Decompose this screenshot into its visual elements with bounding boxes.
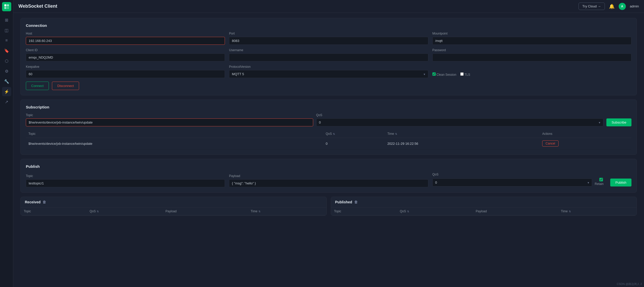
password-label: Password [432,48,631,52]
cancel-button[interactable]: Cancel [542,140,558,147]
sub-qos-group: QoS 0 1 2 [316,113,604,126]
sub-topic-input[interactable] [26,118,313,126]
username-label: Username [229,48,428,52]
username: admin [630,4,639,8]
recv-col-time: Time ⇅ [248,207,326,215]
recv-time-sort-icon: ⇅ [258,210,260,213]
subscribe-button[interactable]: Subscribe [606,118,631,126]
sub-qos-select[interactable]: 0 1 2 [316,118,604,126]
pub-qos-select[interactable]: 0 1 2 [432,179,592,186]
svg-rect-1 [7,4,9,6]
pub-topic-group: Topic [26,174,225,187]
sub-qos-select-wrapper: 0 1 2 [316,118,604,126]
subscription-input-row: Topic QoS 0 1 2 [26,113,631,126]
connection-row-1: Host Port Mountpoint [26,32,631,45]
col-qos: QoS ⇅ [323,130,385,138]
connection-buttons: Connect Disconnect [26,82,631,90]
publish-button[interactable]: Publish [610,179,631,186]
avatar: A [619,3,626,10]
pub-payload-label: Payload [229,174,428,178]
header-right: Try Cloud → 🔔 A admin [578,3,639,10]
recv-col-qos: QoS ⇅ [86,207,162,215]
pub-col-topic: Topic [331,207,397,215]
host-input[interactable] [26,37,225,45]
svg-rect-0 [4,4,6,6]
tls-checkbox[interactable] [460,72,464,76]
bottom-panels: Received 🗑 Topic QoS [20,197,637,216]
protocol-select-wrapper: MQTT 5 [229,70,428,78]
sidebar-item-external[interactable]: ↗ [2,97,11,106]
row-qos: 0 [323,138,385,149]
mountpoint-group: Mountpoint [432,32,631,45]
recv-qos-sort-icon: ⇅ [97,210,99,213]
password-input[interactable] [432,53,631,61]
main-content: Connection Host Port Mountpoint [13,13,644,287]
subscription-table-head: Topic QoS ⇅ Time [26,130,631,138]
received-clear-icon[interactable]: 🗑 [42,200,46,204]
sidebar-item-bookmark[interactable]: 🔖 [2,46,11,55]
sub-topic-label: Topic [26,113,313,117]
sidebar-item-cloud[interactable]: ◫ [2,26,11,35]
published-panel: Published 🗑 Topic QoS [331,197,637,216]
qos-sort-icon: ⇅ [333,133,335,135]
connection-title: Connection [26,23,631,28]
sidebar-item-shield[interactable]: ⬡ [2,56,11,65]
subscription-title: Subscription [26,105,631,109]
bell-icon[interactable]: 🔔 [609,4,615,9]
sidebar-item-active[interactable]: ⚡ [2,87,11,96]
row-time: 2022-11-29 16:22:56 [385,138,540,149]
protocol-select[interactable]: MQTT 5 [229,70,428,78]
port-input[interactable] [229,37,428,45]
sidebar-item-grid[interactable]: ⊞ [2,15,11,25]
keepalive-label: Keepalive [26,65,225,69]
sub-qos-label: QoS [316,113,604,117]
time-sort-icon: ⇅ [395,133,397,135]
clientid-label: Client ID [26,48,225,52]
subscription-table-body: $hw/events/device/jxb-instance/twin/upda… [26,138,631,149]
connection-row-2: Client ID Username Password [26,48,631,61]
port-label: Port [229,32,428,35]
connection-section: Connection Host Port Mountpoint [20,18,637,95]
clean-session-checkbox[interactable] [432,72,436,76]
mountpoint-input[interactable] [432,37,631,45]
sidebar-logo [2,2,11,11]
pub-col-time: Time ⇅ [558,207,637,215]
connection-row-3: Keepalive ProtocolVersion MQTT 5 [26,65,631,78]
disconnect-button[interactable]: Disconnect [52,82,79,90]
clientid-input[interactable] [26,53,225,61]
pub-qos-select-wrapper: 0 1 2 [432,179,592,186]
session-tls-group: Clean Session TLS [432,65,631,78]
keepalive-group: Keepalive [26,65,225,78]
content-area: Connection Host Port Mountpoint [13,13,644,287]
try-cloud-button[interactable]: Try Cloud → [578,3,605,10]
published-clear-icon[interactable]: 🗑 [354,200,358,204]
retain-label[interactable]: Retain [595,178,608,186]
connect-button[interactable]: Connect [26,82,49,90]
clean-session-label[interactable]: Clean Session [432,72,456,76]
pub-topic-input[interactable] [26,179,225,187]
protocol-group: ProtocolVersion MQTT 5 [229,65,428,78]
recv-col-payload: Payload [162,207,248,215]
tls-label[interactable]: TLS [460,72,470,76]
retain-checkbox[interactable] [595,178,608,181]
svg-rect-2 [4,7,6,9]
clientid-group: Client ID [26,48,225,61]
published-header: Published 🗑 [331,197,637,207]
row-topic: $hw/events/device/jxb-instance/twin/upda… [26,138,323,149]
table-row: $hw/events/device/jxb-instance/twin/upda… [26,138,631,149]
keepalive-input[interactable] [26,70,225,78]
sub-topic-group: Topic [26,113,313,126]
pub-time-sort-icon: ⇅ [569,210,571,213]
received-table: Topic QoS ⇅ Payload [21,207,326,215]
subscription-table: Topic QoS ⇅ Time [26,130,631,149]
watermark: CSDN @路边闲人 2 [617,282,642,286]
pub-col-qos: QoS ⇅ [397,207,473,215]
sidebar-item-gear[interactable]: ⚙ [2,67,11,76]
subscription-section: Subscription Topic QoS 0 1 2 [20,100,637,155]
pub-payload-input[interactable] [229,179,428,187]
sidebar-item-list[interactable]: ≡ [2,36,11,45]
sidebar-item-tools[interactable]: 🔧 [2,77,11,86]
received-header: Received 🗑 [21,197,326,207]
username-input[interactable] [229,53,428,61]
subscribe-btn-wrapper: Subscribe [606,118,631,126]
